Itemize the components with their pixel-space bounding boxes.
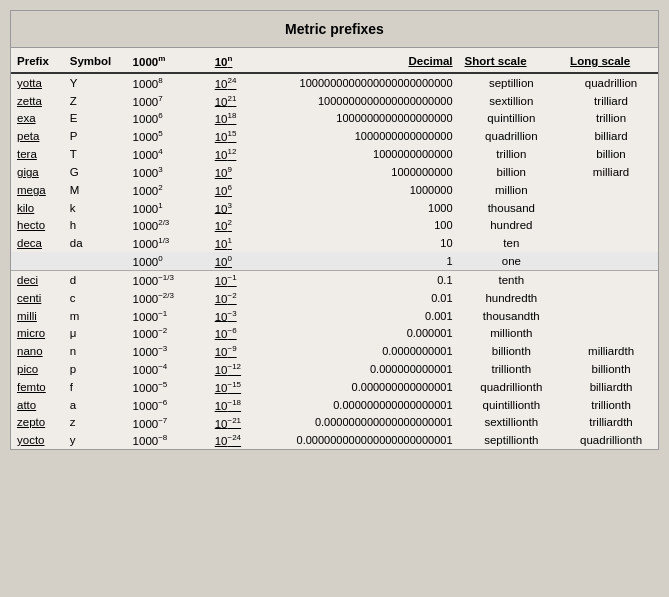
table-body: yottaY1000810241000000000000000000000000… (11, 73, 658, 449)
cell-decimal: 1 (261, 252, 458, 270)
cell-decimal: 10 (261, 234, 458, 252)
cell-prefix: kilo (11, 199, 64, 217)
cell-symbol: μ (64, 324, 127, 342)
cell-long-scale: trilliard (564, 92, 658, 110)
cell-prefix: tera (11, 145, 64, 163)
cell-prefix: mega (11, 181, 64, 199)
cell-ten: 10−18 (209, 396, 262, 414)
cell-prefix: exa (11, 109, 64, 127)
cell-long-scale: milliard (564, 163, 658, 181)
cell-short-scale: quintillionth (459, 396, 565, 414)
cell-long-scale: billiard (564, 127, 658, 145)
cell-long-scale: billiardth (564, 378, 658, 396)
cell-long-scale: billion (564, 145, 658, 163)
cell-long-scale: trilliardth (564, 414, 658, 432)
cell-long-scale: trillionth (564, 396, 658, 414)
cell-thousand: 10001/3 (127, 234, 209, 252)
cell-decimal: 1000000 (261, 181, 458, 199)
cell-decimal: 1000000000000000000 (261, 109, 458, 127)
cell-symbol: m (64, 307, 127, 325)
cell-prefix: milli (11, 307, 64, 325)
cell-short-scale: trillion (459, 145, 565, 163)
cell-short-scale: tenth (459, 270, 565, 288)
table-row: petaP1000510151000000000000000quadrillio… (11, 127, 658, 145)
cell-ten: 1015 (209, 127, 262, 145)
cell-thousand: 10008 (127, 73, 209, 92)
cell-decimal: 1000 (261, 199, 458, 217)
main-container: Metric prefixes Prefix Symbol 1000m 10n … (10, 10, 659, 450)
cell-thousand: 1000−2/3 (127, 289, 209, 307)
cell-short-scale: septillionth (459, 431, 565, 449)
cell-decimal: 0.000001 (261, 324, 458, 342)
cell-short-scale: sextillion (459, 92, 565, 110)
table-row: yoctoy1000−810−240.000000000000000000000… (11, 431, 658, 449)
cell-thousand: 1000−5 (127, 378, 209, 396)
cell-thousand: 1000−7 (127, 414, 209, 432)
cell-short-scale: quintillion (459, 109, 565, 127)
col-symbol: Symbol (64, 48, 127, 73)
cell-thousand: 1000−6 (127, 396, 209, 414)
cell-ten: 10−9 (209, 342, 262, 360)
cell-decimal: 0.000000000000001 (261, 378, 458, 396)
cell-long-scale (564, 324, 658, 342)
cell-prefix (11, 252, 64, 270)
cell-long-scale: trillion (564, 109, 658, 127)
cell-symbol: y (64, 431, 127, 449)
cell-symbol: f (64, 378, 127, 396)
cell-long-scale (564, 289, 658, 307)
cell-decimal: 1000000000 (261, 163, 458, 181)
table-row: yottaY1000810241000000000000000000000000… (11, 73, 658, 92)
cell-thousand: 1000−1/3 (127, 270, 209, 288)
cell-decimal: 100 (261, 216, 458, 234)
cell-ten: 10−12 (209, 360, 262, 378)
cell-thousand: 10007 (127, 92, 209, 110)
cell-prefix: nano (11, 342, 64, 360)
table-row: kilok100011031000thousand (11, 199, 658, 217)
cell-symbol: da (64, 234, 127, 252)
table-row: 100001001one (11, 252, 658, 270)
cell-prefix: atto (11, 396, 64, 414)
table-header: Prefix Symbol 1000m 10n Decimal Short sc… (11, 48, 658, 73)
table-row: centic1000−2/310−20.01hundredth (11, 289, 658, 307)
cell-prefix: micro (11, 324, 64, 342)
cell-short-scale: sextillionth (459, 414, 565, 432)
table-row: femtof1000−510−150.000000000000001quadri… (11, 378, 658, 396)
cell-long-scale: milliardth (564, 342, 658, 360)
cell-ten: 106 (209, 181, 262, 199)
cell-decimal: 0.001 (261, 307, 458, 325)
table-row: attoa1000−610−180.000000000000000001quin… (11, 396, 658, 414)
cell-prefix: pico (11, 360, 64, 378)
cell-ten: 1012 (209, 145, 262, 163)
cell-decimal: 0.01 (261, 289, 458, 307)
cell-decimal: 1000000000000 (261, 145, 458, 163)
cell-prefix: peta (11, 127, 64, 145)
cell-short-scale: thousand (459, 199, 565, 217)
cell-thousand: 10003 (127, 163, 209, 181)
table-row: gigaG100031091000000000billionmilliard (11, 163, 658, 181)
cell-symbol: M (64, 181, 127, 199)
cell-symbol: G (64, 163, 127, 181)
cell-short-scale: billion (459, 163, 565, 181)
cell-ten: 10−24 (209, 431, 262, 449)
table-row: megaM100021061000000million (11, 181, 658, 199)
table-row: hectoh10002/3102100hundred (11, 216, 658, 234)
cell-long-scale (564, 270, 658, 288)
cell-short-scale: trillionth (459, 360, 565, 378)
cell-long-scale (564, 307, 658, 325)
cell-decimal: 1000000000000000 (261, 127, 458, 145)
cell-thousand: 1000−1 (127, 307, 209, 325)
cell-symbol: n (64, 342, 127, 360)
table-row: millim1000−110−30.001thousandth (11, 307, 658, 325)
cell-prefix: centi (11, 289, 64, 307)
table-row: zettaZ1000710211000000000000000000000sex… (11, 92, 658, 110)
cell-symbol: E (64, 109, 127, 127)
cell-short-scale: quadrillion (459, 127, 565, 145)
cell-symbol: z (64, 414, 127, 432)
cell-thousand: 10001 (127, 199, 209, 217)
cell-short-scale: million (459, 181, 565, 199)
cell-thousand: 1000−8 (127, 431, 209, 449)
cell-ten: 10−6 (209, 324, 262, 342)
cell-prefix: yocto (11, 431, 64, 449)
cell-thousand: 10006 (127, 109, 209, 127)
cell-ten: 103 (209, 199, 262, 217)
